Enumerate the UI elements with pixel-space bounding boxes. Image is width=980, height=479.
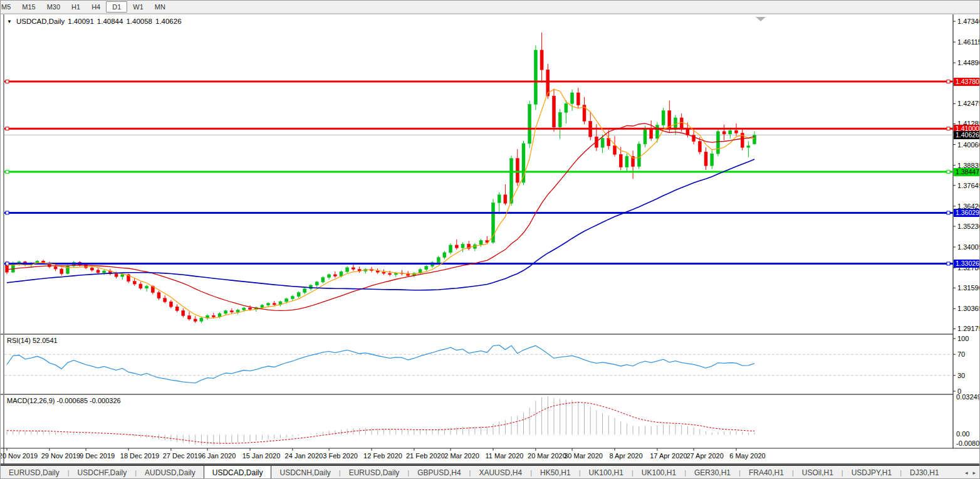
- ohlc-low: 1.40058: [126, 18, 152, 25]
- chart-tab-xauusd-h4[interactable]: XAUUSD,H4: [471, 466, 530, 479]
- candle-body: [297, 293, 300, 297]
- candle-body: [352, 268, 355, 270]
- candle-body: [382, 272, 385, 273]
- candle-body: [747, 146, 750, 147]
- chart-tab-usdcad-daily[interactable]: USDCAD,Daily: [204, 465, 272, 479]
- date-tick-label: 20 Nov 2019: [1, 452, 38, 460]
- candle-body: [553, 96, 556, 127]
- timeframe-toolbar: M5M15M30H1H4D1W1MN: [1, 1, 980, 14]
- level-anchor-handle[interactable]: [947, 211, 950, 214]
- candle-body: [650, 129, 653, 139]
- candle-body: [388, 273, 392, 275]
- level-price-badge: 1.33026: [954, 260, 980, 268]
- candle-body: [333, 275, 336, 276]
- candle-body: [291, 297, 294, 299]
- timeframe-button-d1[interactable]: D1: [106, 1, 127, 13]
- date-tick-label: 12 Feb 2020: [363, 452, 402, 460]
- tab-scroll-left-icon[interactable]: ◂: [965, 470, 968, 476]
- level-anchor-handle[interactable]: [947, 80, 950, 83]
- candle-body: [54, 267, 57, 270]
- chart-tab-ger30-h1[interactable]: GER30,H1: [686, 466, 739, 479]
- candle-body: [449, 245, 452, 253]
- date-tick-label: 9 Dec 2019: [80, 452, 115, 460]
- level-anchor-handle[interactable]: [947, 262, 950, 265]
- macd-tick-label: -0.008086: [956, 440, 980, 447]
- current-price-badge: 1.40626: [954, 131, 980, 139]
- ohlc-high: 1.40844: [97, 18, 123, 25]
- candle-body: [571, 93, 574, 103]
- chart-tab-uk100-h1[interactable]: UK100,H1: [581, 466, 632, 479]
- candle-body: [315, 282, 318, 285]
- level-anchor-handle[interactable]: [947, 127, 950, 130]
- chart-tab-gbpusd-h4[interactable]: GBPUSD,H4: [409, 466, 469, 479]
- chart-tab-usdchf-daily[interactable]: USDCHF,Daily: [70, 466, 135, 479]
- chart-tab-usoil-h1[interactable]: USOil,H1: [794, 466, 842, 479]
- chart-tab-usdjpy-h1[interactable]: USDJPY,H1: [843, 466, 900, 479]
- date-tick-label: 11 Mar 2020: [486, 452, 524, 460]
- candle-body: [224, 311, 227, 313]
- candle-body: [145, 287, 149, 288]
- date-tick-label: 21 Feb 2020: [406, 452, 445, 460]
- collapse-arrow-icon[interactable]: ▼: [7, 19, 12, 24]
- level-anchor-handle[interactable]: [6, 171, 9, 174]
- price-tick-label: 1.37645: [957, 182, 980, 189]
- chart-ohlc-header: ▼USDCAD,Daily1.400911.408441.400581.4062…: [7, 18, 185, 25]
- candle-body: [261, 305, 264, 308]
- candle-body: [637, 144, 640, 167]
- chart-tab-usdcnh-daily[interactable]: USDCNH,Daily: [271, 466, 338, 479]
- price-tick-label: 1.47340: [957, 18, 980, 25]
- timeframe-button-m5[interactable]: M5: [1, 1, 16, 13]
- price-chart-canvas[interactable]: 1.473401.461151.448901.436651.424751.412…: [1, 13, 980, 465]
- candle-body: [729, 130, 732, 134]
- candle-body: [479, 241, 482, 245]
- timeframe-button-h1[interactable]: H1: [66, 1, 86, 13]
- timeframe-button-h4[interactable]: H4: [86, 1, 106, 13]
- timeframe-button-mn[interactable]: MN: [149, 1, 171, 13]
- candle-body: [230, 311, 233, 312]
- price-tick-label: 1.44890: [957, 59, 980, 66]
- chart-tabs: EURUSD,Daily|USDCHF,Daily|AUDUSD,DailyUS…: [1, 465, 980, 479]
- date-tick-label: 6 May 2020: [729, 452, 765, 460]
- candle-body: [242, 308, 246, 310]
- chart-tab-hk50-h1[interactable]: HK50,H1: [532, 466, 579, 479]
- candle-body: [188, 316, 191, 319]
- candle-body: [267, 303, 270, 305]
- level-anchor-handle[interactable]: [6, 127, 9, 130]
- level-anchor-handle[interactable]: [6, 80, 9, 83]
- level-anchor-handle[interactable]: [6, 211, 9, 214]
- price-tick-label: 1.42475: [957, 100, 980, 107]
- price-tick-label: 1.35230: [957, 223, 980, 230]
- timeframe-button-m15[interactable]: M15: [16, 1, 41, 13]
- level-anchor-handle[interactable]: [6, 262, 9, 265]
- candle-body: [528, 104, 531, 144]
- chart-tab-dj30-h1[interactable]: DJ30,H1: [902, 466, 947, 479]
- timeframe-button-w1[interactable]: W1: [127, 1, 149, 13]
- tab-scroll-right-icon[interactable]: ▸: [972, 470, 976, 476]
- candle-body: [169, 302, 172, 307]
- chart-tab-uk100-h1[interactable]: UK100,H1: [633, 466, 684, 479]
- window-left-border: [3, 14, 4, 464]
- candle-body: [437, 258, 440, 263]
- candle-body: [704, 152, 707, 166]
- candle-body: [139, 284, 142, 288]
- candle-body: [516, 159, 519, 182]
- chart-tab-fra40-h1[interactable]: FRA40,H1: [741, 466, 792, 479]
- candle-body: [498, 195, 501, 203]
- macd-indicator-label: MACD(12,26,9) -0.000685 -0.000326: [7, 397, 121, 404]
- date-tick-label: 15 Jan 2020: [242, 452, 281, 460]
- macd-tick-label: 0.032493: [956, 393, 980, 401]
- date-tick-label: 18 Dec 2019: [120, 452, 159, 460]
- rsi-pane-splitter[interactable]: [1, 334, 953, 335]
- timeframe-button-m30[interactable]: M30: [41, 1, 66, 13]
- chart-tab-audusd-daily[interactable]: AUDUSD,Daily: [137, 466, 204, 479]
- chart-tab-eurusd-daily[interactable]: EURUSD,Daily: [341, 466, 408, 479]
- candle-body: [212, 315, 215, 317]
- level-anchor-handle[interactable]: [947, 171, 950, 174]
- candle-body: [328, 275, 331, 278]
- candle-body: [96, 270, 100, 273]
- chart-tab-eurusd-daily[interactable]: EURUSD,Daily: [1, 466, 68, 479]
- candle-body: [534, 50, 537, 104]
- date-tick-label: 2 Mar 2020: [444, 452, 479, 460]
- candle-body: [236, 310, 239, 312]
- macd-pane-splitter[interactable]: [1, 394, 953, 395]
